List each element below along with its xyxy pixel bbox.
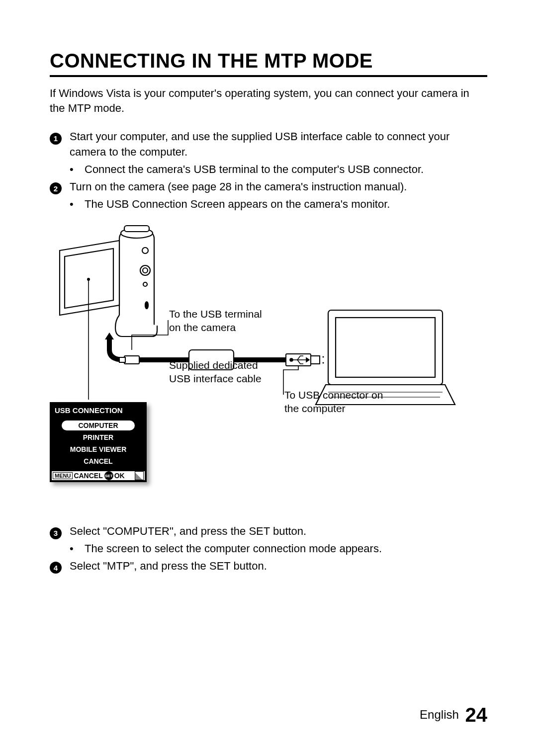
svg-point-20 (323, 362, 324, 364)
circled-number-2: 2 (50, 182, 62, 194)
label-usb-cable: Supplied dedicated USB interface cable (169, 359, 278, 385)
svg-rect-11 (124, 356, 139, 364)
step-number: 1 (50, 129, 70, 160)
menu-header-text: USB CONNECTION (55, 406, 123, 415)
step-3-text: Select "COMPUTER", and press the SET but… (70, 524, 487, 539)
step-number: 2 (50, 179, 70, 195)
step-1-sub: Connect the camera's USB terminal to the… (85, 162, 424, 177)
scroll-indicator-icon (135, 471, 144, 480)
svg-point-19 (323, 356, 324, 358)
step-2-sub: The USB Connection Screen appears on the… (85, 197, 390, 212)
label-usb-connector-computer: To USB connector on the computer (284, 389, 399, 415)
step-1-text: Start your computer, and use the supplie… (70, 129, 487, 160)
svg-point-7 (145, 302, 148, 309)
step-4-text: Select "MTP", and press the SET button. (70, 559, 487, 574)
step-2: 2 Turn on the camera (see page 28 in the… (50, 179, 487, 195)
menu-item-cancel[interactable]: CANCEL (62, 456, 135, 466)
menu-footer-ok: OK (114, 472, 125, 480)
usb-connection-menu: USB CONNECTION COMPUTER PRINTER MOBILE V… (50, 402, 147, 482)
circled-number-3: 3 (50, 527, 62, 539)
svg-rect-22 (336, 318, 435, 377)
step-3: 3 Select "COMPUTER", and press the SET b… (50, 524, 487, 539)
menu-footer: MENU CANCEL SET OK (52, 471, 145, 480)
menu-item-printer[interactable]: PRINTER (62, 432, 135, 442)
step-3-sub: The screen to select the computer connec… (85, 541, 382, 557)
step-number: 4 (50, 559, 70, 574)
step-3-bullet: • The screen to select the computer conn… (50, 541, 487, 557)
manual-page: CONNECTING IN THE MTP MODE If Windows Vi… (0, 0, 537, 756)
svg-rect-17 (311, 356, 320, 364)
bullet-dot: • (70, 162, 85, 177)
page-footer: English 24 (420, 704, 487, 726)
step-1: 1 Start your computer, and use the suppl… (50, 129, 487, 160)
set-button-icon: SET (104, 471, 113, 480)
menu-button-icon: MENU (53, 472, 73, 479)
menu-items: COMPUTER PRINTER MOBILE VIEWER CANCEL (53, 418, 144, 471)
intro-paragraph: If Windows Vista is your computer's oper… (50, 86, 487, 115)
svg-rect-12 (119, 357, 125, 362)
footer-language: English (420, 708, 459, 721)
svg-point-6 (143, 282, 147, 286)
step-2-text: Turn on the camera (see page 28 in the c… (70, 179, 487, 195)
connection-diagram: To the USB terminal on the camera Suppli… (50, 221, 487, 519)
circled-number-1: 1 (50, 133, 62, 145)
circled-number-4: 4 (50, 562, 62, 574)
menu-item-mobile-viewer[interactable]: MOBILE VIEWER (62, 444, 135, 454)
menu-header: USB CONNECTION (53, 405, 144, 418)
step-1-bullet: • Connect the camera's USB terminal to t… (50, 162, 487, 177)
step-number: 3 (50, 524, 70, 539)
svg-point-18 (290, 358, 293, 361)
svg-rect-2 (124, 226, 149, 232)
step-4: 4 Select "MTP", and press the SET button… (50, 559, 487, 574)
bullet-dot: • (70, 197, 85, 212)
menu-item-computer[interactable]: COMPUTER (62, 420, 135, 430)
menu-footer-cancel: CANCEL (74, 472, 102, 480)
footer-page-number: 24 (465, 704, 488, 726)
bullet-dot: • (70, 541, 85, 557)
svg-point-5 (143, 268, 148, 273)
label-usb-terminal-camera: To the USB terminal on the camera (169, 308, 273, 334)
svg-point-3 (142, 248, 148, 253)
step-2-bullet: • The USB Connection Screen appears on t… (50, 197, 487, 212)
page-title: CONNECTING IN THE MTP MODE (50, 50, 487, 77)
